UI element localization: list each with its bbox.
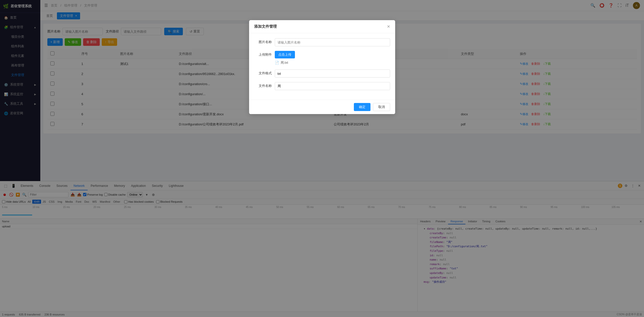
uploaded-file-item: 📄 周.txt bbox=[275, 60, 390, 65]
upload-button[interactable]: 点击上传 bbox=[275, 51, 295, 58]
form-control-image-name bbox=[275, 38, 390, 46]
form-label-image-name: 图片名称 bbox=[254, 38, 272, 44]
form-row-image-name: 图片名称 bbox=[254, 38, 390, 46]
form-control-file-format bbox=[275, 69, 390, 78]
file-doc-icon: 📄 bbox=[275, 61, 279, 65]
modal-close-btn[interactable]: ✕ bbox=[387, 24, 390, 29]
modal-title: 添加文件管理 bbox=[254, 24, 277, 29]
form-control-upload: 点击上传 📄 周.txt bbox=[275, 51, 390, 65]
modal-backdrop: 添加文件管理 ✕ 图片名称 上传附件 点击上传 📄 周.txt bbox=[0, 0, 644, 317]
add-file-modal: 添加文件管理 ✕ 图片名称 上传附件 点击上传 📄 周.txt bbox=[249, 20, 395, 114]
file-name-input[interactable] bbox=[275, 82, 390, 90]
form-control-file-name bbox=[275, 82, 390, 90]
modal-header: 添加文件管理 ✕ bbox=[249, 20, 395, 33]
form-label-file-name: 文件名称 bbox=[254, 82, 272, 88]
modal-footer: 确定 取消 bbox=[249, 100, 395, 114]
form-row-upload: 上传附件 点击上传 📄 周.txt bbox=[254, 51, 390, 65]
modal-image-name-input[interactable] bbox=[275, 38, 390, 46]
modal-confirm-button[interactable]: 确定 bbox=[354, 103, 370, 111]
file-format-input[interactable] bbox=[275, 69, 390, 78]
modal-body: 图片名称 上传附件 点击上传 📄 周.txt 文件格式 bbox=[249, 33, 395, 100]
uploaded-file-name: 周.txt bbox=[281, 60, 288, 65]
modal-cancel-button[interactable]: 取消 bbox=[373, 103, 390, 111]
form-row-file-format: 文件格式 bbox=[254, 69, 390, 78]
form-label-upload: 上传附件 bbox=[254, 51, 272, 57]
form-row-file-name: 文件名称 bbox=[254, 82, 390, 90]
form-label-file-format: 文件格式 bbox=[254, 69, 272, 76]
